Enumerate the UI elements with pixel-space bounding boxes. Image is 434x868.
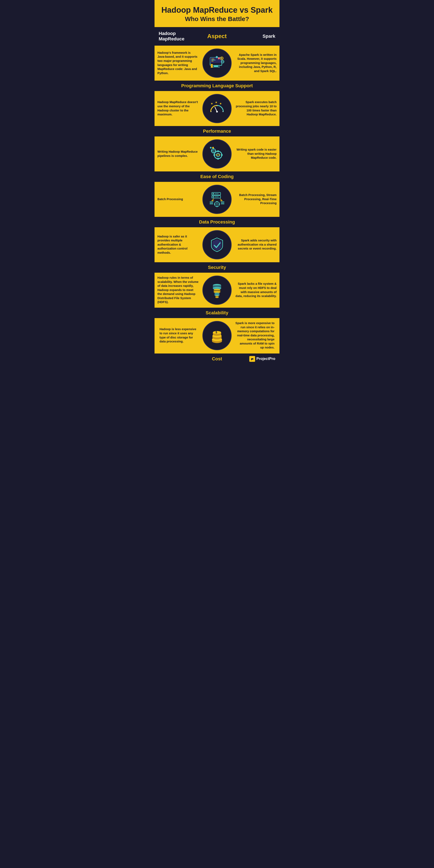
brand-logo: ProjectPro [249,356,275,362]
svg-rect-3 [212,67,220,67]
hadoop-security-text: Hadoop is safer as it provides multiple … [157,235,200,255]
coding-icon: </> [203,140,231,168]
row-scalability: Hadoop rules in terms of scalability. Wh… [155,273,279,308]
row-performance: Hadoop MapReduce doesn't use the memory … [155,91,279,126]
row-security: Hadoop is safer as it provides multiple … [155,227,279,262]
spark-column-header: Spark [236,34,277,39]
svg-rect-47 [216,201,218,202]
coding-aspect-label: Ease of Coding [155,172,279,182]
hadoop-cost-text: Hadoop is less expensive to run since it… [159,327,200,343]
spark-coding-text: Writing spark code is easier than writin… [234,148,277,160]
row-programming-language: Hadoop's framework is Java-based, and it… [155,45,279,81]
svg-point-37 [210,147,212,149]
scalability-aspect-text: Scalability [206,310,228,315]
brand-icon [249,356,255,362]
aspect-column-header: Aspect [198,33,236,39]
svg-point-32 [213,150,214,152]
programming-aspect-label: Programming Language Support [155,81,279,91]
programming-icon [203,49,231,78]
svg-rect-6 [211,61,213,61]
cost-icon-container: $ [200,321,234,350]
hadoop-column-header: HadoopMapReduce [157,31,198,42]
svg-rect-15 [211,66,213,68]
svg-rect-34 [213,152,214,153]
svg-point-9 [218,57,220,59]
svg-line-17 [215,107,217,112]
svg-rect-29 [221,154,223,156]
svg-rect-53 [221,202,224,203]
hadoop-performance-text: Hadoop MapReduce doesn't use the memory … [157,100,200,117]
svg-point-46 [216,203,218,205]
svg-rect-51 [210,202,213,203]
svg-rect-28 [213,154,215,156]
security-icon [203,230,231,259]
svg-text:★: ★ [211,102,213,105]
row-dataprocessing: Batch Processing [155,182,279,217]
spark-dataprocessing-text: Batch Processing, Stream Processing, Rea… [234,193,277,206]
svg-rect-2 [214,65,218,67]
cost-aspect-text: Cost [212,356,222,362]
spark-cost-text: Spark is more expensive to run since it … [234,321,275,350]
svg-rect-49 [214,204,215,205]
dataprocessing-aspect-text: Data Processing [199,219,235,224]
svg-rect-36 [215,150,216,151]
programming-aspect-text: Programming Language Support [181,83,253,88]
spark-scalability-text: Spark lacks a file system & must rely on… [234,282,277,298]
dataprocessing-icon [203,185,231,214]
svg-rect-50 [219,204,220,205]
svg-rect-43 [213,196,214,197]
scalability-icon-container [200,276,234,305]
security-aspect-text: Security [208,265,226,270]
svg-point-66 [215,297,219,298]
cost-icon: $ [203,321,231,350]
svg-rect-5 [211,60,216,60]
scalability-aspect-label: Scalability [155,308,279,318]
svg-rect-27 [217,158,219,160]
dataprocessing-icon-container [200,185,234,214]
svg-rect-52 [210,203,213,204]
row-coding: Writing Hadoop MapReduce pipelines is co… [155,136,279,172]
cost-footer-row: Cost ProjectPro [155,353,279,364]
hadoop-dataprocessing-text: Batch Processing [157,197,200,202]
coding-aspect-text: Ease of Coding [200,174,234,179]
page-title: Hadoop MapReduce vs Spark [159,6,275,14]
svg-rect-44 [215,197,219,197]
column-headers: HadoopMapReduce Aspect Spark [155,27,279,45]
programming-icon-container [200,49,234,78]
spark-performance-text: Spark executes batch processing jobs nea… [234,100,277,117]
security-icon-container [200,230,234,259]
svg-rect-4 [211,59,214,59]
svg-rect-35 [211,150,212,151]
performance-aspect-text: Performance [203,128,231,134]
performance-icon-container: ★ ★ ★ [200,94,234,123]
svg-rect-40 [213,193,214,194]
svg-rect-41 [215,193,219,194]
svg-text:★: ★ [219,102,222,105]
dataprocessing-aspect-label: Data Processing [155,217,279,227]
svg-text:★: ★ [215,101,218,104]
hadoop-coding-text: Writing Hadoop MapReduce pipelines is co… [157,150,200,158]
performance-icon: ★ ★ ★ [203,94,231,123]
svg-point-10 [216,56,218,58]
page-subtitle: Who Wins the Battle? [159,16,275,23]
svg-rect-79 [251,358,253,359]
svg-point-45 [215,202,219,207]
page-header: Hadoop MapReduce vs Spark Who Wins the B… [155,0,279,27]
hadoop-scalability-text: Hadoop rules in terms of scalability. Wh… [157,276,200,304]
hadoop-programming-text: Hadoop's framework is Java-based, and it… [157,51,200,75]
scalability-icon [203,276,231,305]
svg-point-8 [221,58,222,59]
svg-text:</>: </> [216,153,220,157]
spark-security-text: Spark adds security with authentication … [234,239,277,251]
svg-point-14 [211,64,213,66]
svg-rect-48 [216,206,218,207]
performance-aspect-label: Performance [155,126,279,136]
svg-text:$: $ [216,331,217,334]
svg-rect-54 [221,203,224,204]
row-cost: Hadoop is less expensive to run since it… [155,318,279,353]
svg-rect-80 [251,359,253,360]
spark-programming-text: Apache Spark is written in Scala. Howeve… [234,53,277,73]
security-aspect-label: Security [155,262,279,273]
svg-point-38 [212,147,214,149]
svg-rect-26 [217,150,219,152]
